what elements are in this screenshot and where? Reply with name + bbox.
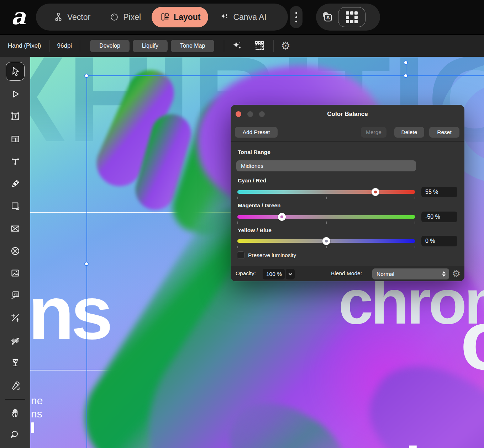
- blend-mode-value: Normal: [377, 271, 394, 277]
- tools-divider: [5, 399, 25, 400]
- tonal-range-select[interactable]: Midtones: [236, 160, 416, 171]
- poster-small-mark: [31, 422, 34, 433]
- transparency-tool-icon: [9, 357, 21, 369]
- preserve-luminosity-label: Preserve luminosity: [248, 252, 296, 258]
- artistic-text-tool-icon: [9, 156, 21, 168]
- magenta-green-knob[interactable]: [278, 213, 286, 221]
- tab-label: Vector: [67, 12, 90, 22]
- selection-handle-top-left[interactable]: [84, 74, 89, 78]
- magenta-green-slider[interactable]: [237, 215, 415, 219]
- cyan-red-knob[interactable]: [372, 188, 379, 196]
- picture-frame-rect-tool[interactable]: [0, 221, 30, 236]
- hand-tool[interactable]: [0, 405, 30, 421]
- point-transform-tool[interactable]: [0, 310, 30, 326]
- vector-branch-icon: [53, 12, 64, 22]
- tonal-range-label: Tonal Range: [238, 149, 270, 155]
- liquify-button[interactable]: Liquify: [133, 40, 168, 52]
- text-style-icon[interactable]: A: [320, 10, 335, 24]
- tab-canva-ai[interactable]: Canva AI: [211, 7, 274, 27]
- tab-layout[interactable]: Layout: [152, 7, 208, 27]
- opacity-dropdown-button[interactable]: [286, 269, 295, 279]
- overflow-menu-button[interactable]: [290, 6, 302, 28]
- selection-handle-left-middle[interactable]: [84, 262, 89, 266]
- yellow-blue-knob[interactable]: [322, 237, 330, 245]
- transparency-tool[interactable]: [0, 355, 30, 370]
- svg-text:A: A: [326, 15, 330, 20]
- yellow-blue-value[interactable]: 0 %: [421, 236, 457, 246]
- magenta-green-value[interactable]: -50 %: [421, 212, 457, 222]
- poster-word-ns: ns: [30, 270, 110, 356]
- preserve-luminosity-checkbox[interactable]: [237, 251, 244, 259]
- opacity-value[interactable]: 100 %: [263, 269, 285, 279]
- cyan-red-label: Cyan / Red: [238, 177, 266, 184]
- tools-panel: [0, 57, 30, 448]
- studio-grid-button[interactable]: [338, 7, 365, 27]
- affinity-logo[interactable]: a: [8, 3, 29, 30]
- magenta-green-label: Magenta / Green: [238, 202, 281, 209]
- tonal-range-value: Midtones: [241, 163, 263, 169]
- rectangle-tool[interactable]: [0, 198, 30, 214]
- node-tool[interactable]: [0, 86, 30, 102]
- cyan-red-slider[interactable]: [237, 190, 415, 194]
- move-tool-icon: [9, 65, 21, 78]
- color-balance-dialog: Color Balance Add Preset Merge Delete Re…: [231, 105, 464, 281]
- selection-handle-top-center[interactable]: [404, 74, 408, 78]
- tab-pixel[interactable]: Pixel: [101, 7, 149, 27]
- artistic-text-tool[interactable]: [0, 154, 30, 170]
- stepper-icon: [442, 271, 446, 277]
- dialog-title: Color Balance: [231, 111, 464, 118]
- fill-gradient-tool[interactable]: [0, 333, 30, 348]
- zoom-tool-icon: [9, 429, 21, 441]
- sparkles-icon: [219, 12, 230, 22]
- delete-button[interactable]: Delete: [394, 127, 424, 138]
- frame-text-tool-icon: [9, 110, 21, 122]
- picture-frame-ellipse-icon: [9, 245, 21, 257]
- yellow-blue-label: Yellow / Blue: [238, 227, 272, 234]
- layout-icon: [159, 12, 170, 22]
- dpi-label: 96dpi: [49, 42, 80, 49]
- yellow-blue-slider[interactable]: [237, 239, 415, 243]
- node-tool-icon: [9, 88, 21, 100]
- picture-frame-ellipse-tool[interactable]: [0, 243, 30, 259]
- blend-mode-select[interactable]: Normal: [372, 268, 449, 279]
- cyan-red-value[interactable]: 55 %: [421, 187, 457, 197]
- fill-gradient-icon: [9, 335, 21, 347]
- tonemap-button[interactable]: Tone Map: [171, 40, 214, 52]
- pen-tool[interactable]: [0, 176, 30, 192]
- story-tool[interactable]: [0, 287, 30, 303]
- frame-text-tool[interactable]: [0, 108, 30, 124]
- top-bar: a Vector Pixel: [0, 0, 484, 34]
- story-tool-icon: [9, 289, 21, 301]
- transform-selection-button[interactable]: [251, 40, 268, 52]
- reset-button[interactable]: Reset: [429, 127, 459, 138]
- gear-icon[interactable]: ⚙: [452, 269, 461, 278]
- develop-button[interactable]: Develop: [90, 40, 130, 52]
- dialog-divider: [231, 141, 464, 142]
- apps-grid-icon: [346, 11, 358, 23]
- poster-small-text: ne ns: [31, 394, 43, 420]
- color-picker-tool[interactable]: [0, 378, 30, 393]
- zoom-tool[interactable]: [0, 427, 30, 443]
- add-preset-button[interactable]: Add Preset: [235, 127, 278, 138]
- transform-selection-icon: [253, 40, 265, 52]
- selection-rotation-handle[interactable]: [404, 60, 408, 65]
- toolbar-settings-button[interactable]: ⚙: [277, 41, 294, 51]
- dialog-footer: Opacity: 100 % Blend Mode: Normal ⚙: [231, 266, 464, 281]
- table-tool-icon: [9, 133, 21, 145]
- document-title: Hand (Pixel): [0, 42, 49, 49]
- merge-button[interactable]: Merge: [361, 127, 386, 138]
- tab-label: Canva AI: [233, 12, 266, 22]
- auto-enhance-button[interactable]: [228, 40, 245, 52]
- chevron-down-icon: [288, 272, 293, 277]
- pixel-clock-icon: [109, 12, 120, 22]
- point-transform-icon: [9, 312, 21, 324]
- opacity-label: Opacity:: [236, 270, 256, 277]
- place-image-tool[interactable]: [0, 265, 30, 281]
- hand-tool-icon: [9, 407, 21, 419]
- persona-tabs: Vector Pixel Layout: [36, 4, 288, 31]
- table-tool[interactable]: [0, 131, 30, 147]
- picture-frame-rect-icon: [9, 223, 21, 235]
- move-tool[interactable]: [0, 64, 30, 79]
- tab-vector[interactable]: Vector: [45, 7, 98, 27]
- tab-label: Layout: [174, 12, 200, 22]
